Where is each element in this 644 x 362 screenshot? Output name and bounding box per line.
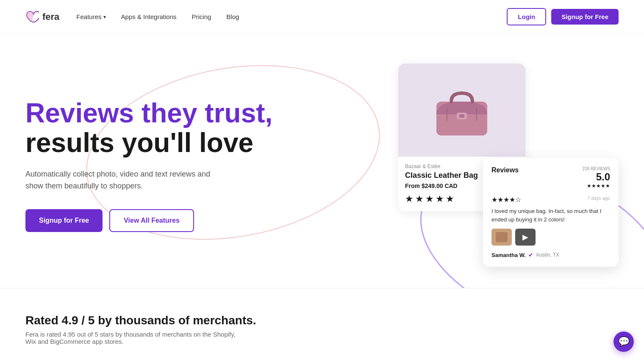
review-card: Reviews 216 REVIEWS 5.0 ★★★★★ ★★★★☆ 7 da… [483, 158, 619, 267]
bag-svg-icon [428, 80, 496, 140]
verified-icon: ✔ [528, 251, 533, 258]
review-item-stars: ★★★★☆ [491, 196, 521, 204]
review-text: I loved my unique bag. In-fact, so much … [491, 207, 610, 224]
review-card-header: Reviews 216 REVIEWS 5.0 ★★★★★ [491, 166, 610, 189]
navbar: fera Features ▾ Apps & Integrations Pric… [0, 0, 644, 34]
stats-section: Rated 4.9 / 5 by thousands of merchants.… [0, 288, 644, 362]
svg-rect-7 [496, 232, 508, 242]
view-all-features-button[interactable]: View All Features [109, 209, 194, 232]
reviewer-name: Samantha W. [491, 252, 526, 258]
review-card-title: Reviews [491, 166, 519, 174]
svg-rect-3 [459, 114, 464, 118]
hero-section: Reviews they trust, results you'll love … [0, 34, 644, 288]
nav-features[interactable]: Features ▾ [76, 13, 105, 20]
logo-text: fera [42, 11, 59, 22]
nav-apps[interactable]: Apps & Integrations [121, 13, 177, 20]
review-score: 5.0 [596, 171, 610, 183]
hero-title-colored: Reviews they trust, [25, 98, 272, 128]
login-button[interactable]: Login [507, 8, 546, 25]
review-item-header: ★★★★☆ 7 days ago [491, 196, 610, 204]
nav-links: Features ▾ Apps & Integrations Pricing B… [76, 13, 239, 20]
review-rating-block: 216 REVIEWS 5.0 ★★★★★ [582, 166, 610, 189]
review-time: 7 days ago [587, 196, 610, 204]
hero-left: Reviews they trust, results you'll love … [25, 98, 272, 232]
nav-blog[interactable]: Blog [226, 13, 239, 20]
hero-subtitle: Automatically collect photo, video and t… [25, 168, 229, 193]
nav-pricing[interactable]: Pricing [192, 13, 211, 20]
review-video-thumb: ▶ [515, 229, 536, 246]
review-thumbnails: ▶ [491, 229, 610, 246]
play-icon: ▶ [522, 232, 528, 242]
chat-button[interactable]: 💬 [613, 332, 634, 352]
stats-heading: Rated 4.9 / 5 by thousands of merchants. [25, 314, 619, 327]
chevron-down-icon: ▾ [103, 14, 106, 20]
nav-left: fera Features ▾ Apps & Integrations Pric… [25, 10, 239, 24]
hero-title-normal: results you'll love [25, 127, 253, 158]
nav-right: Login Signup for Free [507, 8, 619, 25]
hero-right: ↷ [398, 64, 619, 267]
review-photo-thumb [491, 229, 512, 246]
product-image [398, 64, 525, 157]
nav-signup-button[interactable]: Signup for Free [551, 9, 619, 25]
signup-button[interactable]: Signup for Free [25, 209, 103, 232]
hero-title: Reviews they trust, results you'll love [25, 98, 272, 158]
logo[interactable]: fera [25, 10, 59, 24]
review-count: 216 REVIEWS [582, 166, 610, 171]
hero-buttons: Signup for Free View All Features [25, 209, 272, 232]
logo-icon [25, 10, 39, 24]
chat-icon: 💬 [618, 336, 630, 347]
review-stars-small: ★★★★★ [587, 183, 610, 189]
reviewer-location: Austin, TX [536, 252, 559, 258]
reviewer-info: Samantha W. ✔ Austin, TX [491, 251, 610, 258]
price-value: $249.00 CAD [422, 182, 458, 189]
bag-thumb-icon [491, 229, 512, 246]
stats-subtext: Fera is rated 4.95 out of 5 stars by tho… [25, 331, 237, 345]
price-label: From [405, 182, 420, 189]
